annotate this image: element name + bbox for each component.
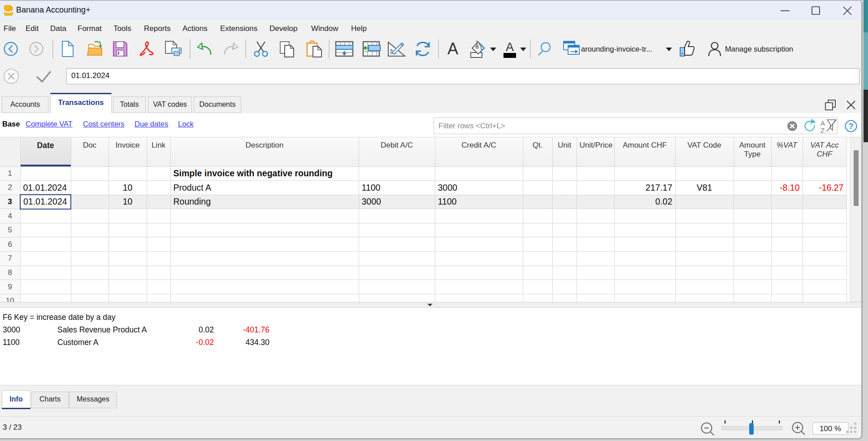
- svg-text:Manage subscription: Manage subscription: [725, 45, 793, 53]
- svg-text:Z: Z: [820, 127, 825, 134]
- svg-text:100 %: 100 %: [820, 424, 841, 433]
- svg-text:A: A: [447, 39, 458, 58]
- svg-text:arounding-invoice-tr...: arounding-invoice-tr...: [581, 45, 652, 53]
- svg-text:?: ?: [849, 122, 854, 131]
- svg-text:A: A: [820, 119, 825, 127]
- svg-text:A: A: [506, 40, 514, 54]
